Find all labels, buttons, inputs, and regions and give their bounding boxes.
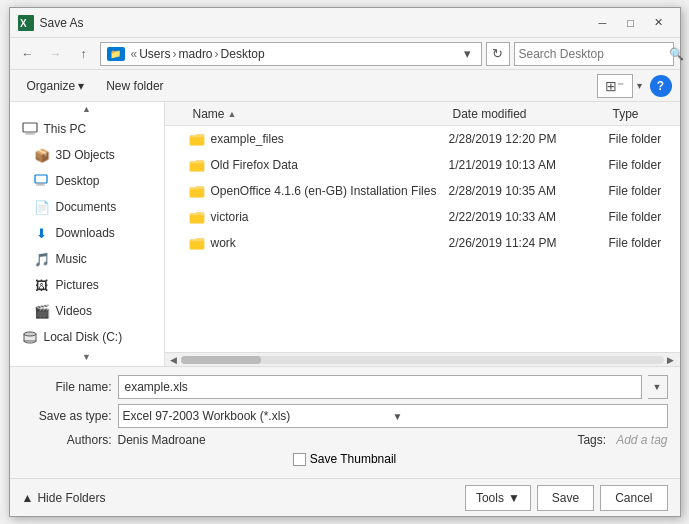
file-date-cell: 2/22/2019 10:33 AM	[441, 210, 601, 224]
tools-button[interactable]: Tools ▼	[465, 485, 531, 511]
scroll-right-button[interactable]: ▶	[664, 353, 678, 367]
file-date-cell: 2/26/2019 11:24 PM	[441, 236, 601, 250]
table-row[interactable]: example_files 2/28/2019 12:20 PM File fo…	[165, 126, 680, 152]
scroll-thumb[interactable]	[181, 356, 261, 364]
view-dropdown-arrow[interactable]: ▾	[637, 80, 642, 91]
svg-rect-7	[36, 185, 45, 186]
organize-dropdown-arrow: ▾	[78, 79, 84, 93]
dialog-title: Save As	[40, 16, 590, 30]
path-segment-madro[interactable]: madro	[179, 47, 213, 61]
column-header-date[interactable]: Date modified	[445, 107, 605, 121]
file-type-cell: File folder	[601, 210, 680, 224]
file-name-cell: example_files	[181, 131, 441, 147]
file-type-cell: File folder	[601, 236, 680, 250]
main-content: ▲ This PC 📦 3D Objects	[10, 102, 680, 366]
address-path[interactable]: 📁 « Users › madro › Desktop ▾	[100, 42, 482, 66]
close-button[interactable]: ✕	[646, 12, 672, 34]
3d-objects-icon: 📦	[34, 147, 50, 163]
sidebar-item-pictures[interactable]: 🖼 Pictures	[10, 272, 164, 298]
svg-rect-3	[27, 132, 33, 134]
tags-input[interactable]: Add a tag	[616, 433, 667, 447]
sidebar-item-videos[interactable]: 🎬 Videos	[10, 298, 164, 324]
save-thumbnail-label: Save Thumbnail	[310, 452, 397, 466]
save-type-dropdown-arrow: ▼	[393, 411, 663, 422]
this-pc-icon	[22, 121, 38, 137]
sidebar-item-desktop-label: Desktop	[56, 174, 100, 188]
file-name-input[interactable]	[118, 375, 642, 399]
file-date-cell: 1/21/2019 10:13 AM	[441, 158, 601, 172]
file-name-cell: Old Firefox Data	[181, 157, 441, 173]
scroll-up-indicator[interactable]: ▲	[10, 102, 164, 116]
path-segment-desktop[interactable]: Desktop	[221, 47, 265, 61]
file-type-cell: File folder	[601, 184, 680, 198]
back-button[interactable]: ←	[16, 42, 40, 66]
file-list: example_files 2/28/2019 12:20 PM File fo…	[165, 126, 680, 352]
up-button[interactable]: ↑	[72, 42, 96, 66]
folder-icon	[189, 157, 205, 173]
sidebar-item-music[interactable]: 🎵 Music	[10, 246, 164, 272]
search-input[interactable]	[519, 47, 669, 61]
toolbar: Organize ▾ New folder ⊞⁻ ▾ ?	[10, 70, 680, 102]
organize-button[interactable]: Organize ▾	[18, 74, 94, 98]
sidebar-item-documents[interactable]: 📄 Documents	[10, 194, 164, 220]
scroll-track	[181, 356, 664, 364]
local-disk-icon	[22, 329, 38, 345]
save-as-type-row: Save as type: Excel 97-2003 Workbook (*.…	[22, 404, 668, 428]
maximize-button[interactable]: □	[618, 12, 644, 34]
table-row[interactable]: OpenOffice 4.1.6 (en-GB) Installation Fi…	[165, 178, 680, 204]
sidebar-item-downloads-label: Downloads	[56, 226, 115, 240]
save-button[interactable]: Save	[537, 485, 594, 511]
videos-icon: 🎬	[34, 303, 50, 319]
table-row[interactable]: Old Firefox Data 1/21/2019 10:13 AM File…	[165, 152, 680, 178]
save-as-type-dropdown[interactable]: Excel 97-2003 Workbook (*.xls) ▼	[118, 404, 668, 428]
forward-button[interactable]: →	[44, 42, 68, 66]
pictures-icon: 🖼	[34, 277, 50, 293]
file-name-dropdown-button[interactable]: ▼	[648, 375, 668, 399]
svg-rect-2	[23, 123, 37, 132]
file-date-cell: 2/28/2019 10:35 AM	[441, 184, 601, 198]
svg-rect-5	[35, 175, 47, 183]
sidebar-item-downloads[interactable]: ⬇ Downloads	[10, 220, 164, 246]
sidebar-item-local-disk[interactable]: Local Disk (C:)	[10, 324, 164, 350]
cancel-button[interactable]: Cancel	[600, 485, 667, 511]
folder-icon	[189, 209, 205, 225]
save-thumbnail-checkbox[interactable]	[293, 453, 306, 466]
view-options-button[interactable]: ⊞⁻	[597, 74, 633, 98]
sidebar-item-documents-label: Documents	[56, 200, 117, 214]
address-bar: ← → ↑ 📁 « Users › madro › Desktop ▾ ↻ 🔍	[10, 38, 680, 70]
file-name-label: File name:	[22, 380, 112, 394]
folder-icon	[189, 131, 205, 147]
hide-folders-button[interactable]: ▲ Hide Folders	[22, 491, 106, 505]
horizontal-scrollbar[interactable]: ◀ ▶	[165, 352, 680, 366]
minimize-button[interactable]: ─	[590, 12, 616, 34]
sidebar-item-desktop[interactable]: Desktop	[10, 168, 164, 194]
column-header-name[interactable]: Name ▲	[185, 107, 445, 121]
file-list-header: Name ▲ Date modified Type	[165, 102, 680, 126]
scroll-down-indicator[interactable]: ▼	[10, 350, 164, 364]
bottom-form: File name: ▼ Save as type: Excel 97-2003…	[10, 366, 680, 478]
footer: ▲ Hide Folders Tools ▼ Save Cancel	[10, 478, 680, 516]
column-header-type[interactable]: Type	[605, 107, 676, 121]
scroll-left-button[interactable]: ◀	[167, 353, 181, 367]
refresh-button[interactable]: ↻	[486, 42, 510, 66]
new-folder-button[interactable]: New folder	[97, 74, 172, 98]
sidebar-item-this-pc[interactable]: This PC	[10, 116, 164, 142]
save-as-type-label: Save as type:	[22, 409, 112, 423]
authors-label: Authors:	[22, 433, 112, 447]
svg-rect-4	[25, 134, 35, 135]
documents-icon: 📄	[34, 199, 50, 215]
sidebar-item-videos-label: Videos	[56, 304, 92, 318]
sidebar-item-3d-objects-label: 3D Objects	[56, 148, 115, 162]
path-segment-users[interactable]: Users	[139, 47, 170, 61]
table-row[interactable]: work 2/26/2019 11:24 PM File folder	[165, 230, 680, 256]
file-name-dropdown-arrow: ▼	[653, 382, 662, 392]
authors-value: Denis Madroane	[118, 433, 206, 447]
sidebar-item-music-label: Music	[56, 252, 87, 266]
table-row[interactable]: victoria 2/22/2019 10:33 AM File folder	[165, 204, 680, 230]
sidebar-item-3d-objects[interactable]: 📦 3D Objects	[10, 142, 164, 168]
path-dropdown-button[interactable]: ▾	[460, 46, 475, 61]
help-button[interactable]: ?	[650, 75, 672, 97]
sort-arrow: ▲	[228, 109, 237, 119]
svg-point-10	[24, 332, 36, 336]
file-name-row: File name: ▼	[22, 375, 668, 399]
